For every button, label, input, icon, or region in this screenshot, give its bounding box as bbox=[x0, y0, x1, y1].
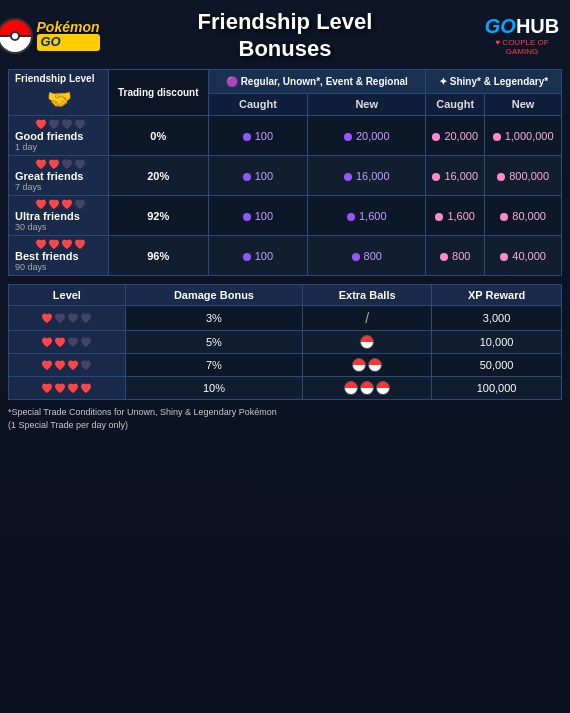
table-row: Great friends 7 days 20% 100 16,000 16,0… bbox=[9, 156, 562, 196]
col-regular-header: 🟣 Regular, Unown*, Event & Regional bbox=[208, 70, 426, 94]
reg-caught-cell: 100 bbox=[208, 196, 308, 236]
shin-new-cell: 80,000 bbox=[485, 196, 562, 236]
extra-balls-cell bbox=[303, 354, 432, 377]
table-row: 7% 50,000 bbox=[9, 354, 562, 377]
col-regular-caught: Caught bbox=[208, 93, 308, 115]
table-row: 10% 100,000 bbox=[9, 377, 562, 400]
shin-new-cell: 800,000 bbox=[485, 156, 562, 196]
table-row: Best friends 90 days 96% 100 800 800 40,… bbox=[9, 236, 562, 276]
table-header-row: Friendship Level 🤝 Trading discount 🟣 Re… bbox=[9, 70, 562, 94]
table-row: 3% / 3,000 bbox=[9, 306, 562, 331]
friendship-level-cell: Good friends 1 day bbox=[9, 116, 109, 156]
main-container: Pokémon GO Friendship Level Bonuses GO H… bbox=[0, 0, 570, 713]
level-hearts-cell bbox=[9, 377, 126, 400]
damage-bonus-cell: 7% bbox=[125, 354, 302, 377]
table-row: Ultra friends 30 days 92% 100 1,600 1,60… bbox=[9, 196, 562, 236]
col-friendship-level: Friendship Level 🤝 bbox=[9, 70, 109, 116]
col-level: Level bbox=[9, 285, 126, 306]
discount-cell: 92% bbox=[109, 196, 209, 236]
discount-cell: 0% bbox=[109, 116, 209, 156]
col-shiny-new: New bbox=[485, 93, 562, 115]
xp-reward-cell: 50,000 bbox=[432, 354, 562, 377]
reg-new-cell: 20,000 bbox=[308, 116, 426, 156]
shin-new-cell: 40,000 bbox=[485, 236, 562, 276]
header: Pokémon GO Friendship Level Bonuses GO H… bbox=[8, 8, 562, 63]
table-row: Good friends 1 day 0% 100 20,000 20,000 … bbox=[9, 116, 562, 156]
col-regular-new: New bbox=[308, 93, 426, 115]
page-title: Friendship Level Bonuses bbox=[88, 9, 482, 62]
col-shiny-caught: Caught bbox=[426, 93, 485, 115]
pokemon-go-logo: Pokémon GO bbox=[8, 18, 88, 54]
shin-caught-cell: 1,600 bbox=[426, 196, 485, 236]
extra-balls-cell: / bbox=[303, 306, 432, 331]
gohub-logo: GO HUB ♥ COUPLE OF GAMING bbox=[482, 8, 562, 63]
col-extra-balls: Extra Balls bbox=[303, 285, 432, 306]
svg-text:🤝: 🤝 bbox=[47, 88, 72, 110]
table-row: 5% 10,000 bbox=[9, 331, 562, 354]
level-hearts-cell bbox=[9, 331, 126, 354]
pokeball-logo-icon bbox=[0, 18, 33, 54]
xp-reward-cell: 100,000 bbox=[432, 377, 562, 400]
gohub-subtitle: ♥ COUPLE OF GAMING bbox=[482, 38, 562, 56]
bottom-header-row: Level Damage Bonus Extra Balls XP Reward bbox=[9, 285, 562, 306]
extra-balls-cell bbox=[303, 377, 432, 400]
level-hearts-cell bbox=[9, 306, 126, 331]
shin-caught-cell: 16,000 bbox=[426, 156, 485, 196]
reg-caught-cell: 100 bbox=[208, 156, 308, 196]
shin-new-cell: 1,000,000 bbox=[485, 116, 562, 156]
reg-new-cell: 800 bbox=[308, 236, 426, 276]
handshake-icon: 🤝 bbox=[47, 88, 75, 110]
col-shiny-header: ✦ Shiny* & Legendary* bbox=[426, 70, 562, 94]
reg-caught-cell: 100 bbox=[208, 116, 308, 156]
damage-bonus-cell: 10% bbox=[125, 377, 302, 400]
xp-reward-cell: 10,000 bbox=[432, 331, 562, 354]
footer-note: *Special Trade Conditions for Unown, Shi… bbox=[8, 406, 562, 431]
col-damage-bonus: Damage Bonus bbox=[125, 285, 302, 306]
friendship-table: Friendship Level 🤝 Trading discount 🟣 Re… bbox=[8, 69, 562, 276]
reg-new-cell: 1,600 bbox=[308, 196, 426, 236]
level-hearts-cell bbox=[9, 354, 126, 377]
shin-caught-cell: 800 bbox=[426, 236, 485, 276]
friendship-level-cell: Best friends 90 days bbox=[9, 236, 109, 276]
friendship-level-cell: Ultra friends 30 days bbox=[9, 196, 109, 236]
xp-reward-cell: 3,000 bbox=[432, 306, 562, 331]
level-bonus-table: Level Damage Bonus Extra Balls XP Reward… bbox=[8, 284, 562, 400]
col-xp-reward: XP Reward bbox=[432, 285, 562, 306]
discount-cell: 96% bbox=[109, 236, 209, 276]
reg-caught-cell: 100 bbox=[208, 236, 308, 276]
shin-caught-cell: 20,000 bbox=[426, 116, 485, 156]
damage-bonus-cell: 3% bbox=[125, 306, 302, 331]
friendship-level-cell: Great friends 7 days bbox=[9, 156, 109, 196]
reg-new-cell: 16,000 bbox=[308, 156, 426, 196]
col-trading-discount: Trading discount bbox=[109, 70, 209, 116]
extra-balls-cell bbox=[303, 331, 432, 354]
damage-bonus-cell: 5% bbox=[125, 331, 302, 354]
discount-cell: 20% bbox=[109, 156, 209, 196]
